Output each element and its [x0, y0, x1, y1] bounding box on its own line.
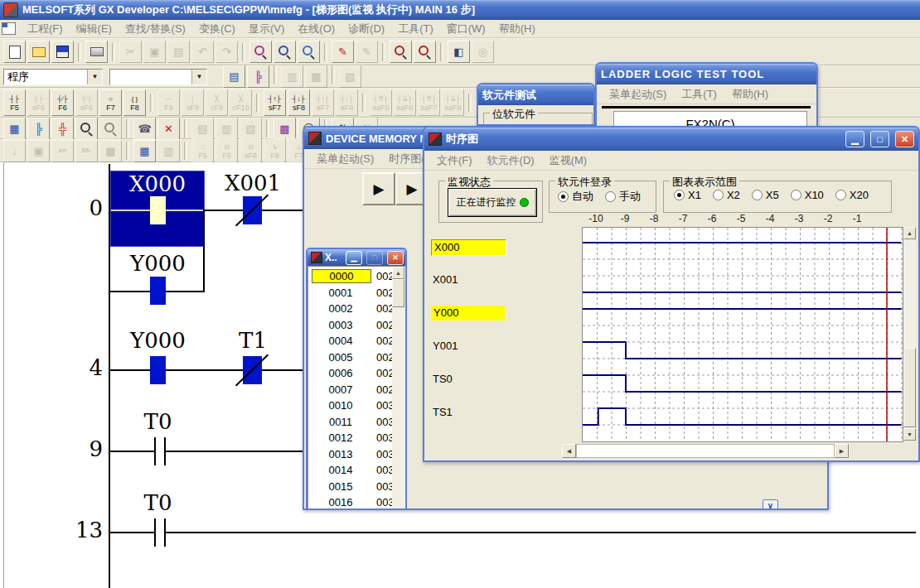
menu-item[interactable]: 菜单起动(S): [309, 150, 381, 168]
step-run-button[interactable]: ↓: [3, 140, 26, 162]
menu-item[interactable]: 编辑(E): [70, 20, 119, 38]
project-data-list-button[interactable]: ╠: [27, 118, 50, 140]
menu-item[interactable]: 工具(T): [391, 20, 440, 38]
combo-dropdown-icon[interactable]: ▼: [87, 70, 102, 84]
menu-item[interactable]: 在线(O): [291, 20, 341, 38]
mdi-child-icon[interactable]: [2, 22, 16, 35]
table-row[interactable]: 0005002: [308, 351, 404, 367]
menu-item[interactable]: 软元件(D): [480, 152, 542, 170]
monitor-start-button[interactable]: [75, 118, 98, 140]
menu-item[interactable]: 工程(F): [21, 20, 70, 38]
radio-option[interactable]: X10: [791, 189, 824, 201]
table-row[interactable]: 0006002: [308, 367, 404, 383]
paste-button[interactable]: ▤: [167, 41, 190, 63]
maximize-icon[interactable]: □: [870, 131, 889, 147]
radio-option[interactable]: X2: [713, 189, 740, 201]
menu-item[interactable]: 诊断(D): [341, 20, 391, 38]
comment-edit-button[interactable]: ▤: [223, 65, 245, 88]
menu-item[interactable]: 帮助(H): [724, 85, 776, 104]
data-tree-button[interactable]: ╠: [247, 65, 269, 88]
cursor-selected-cell[interactable]: X000: [110, 171, 205, 247]
program-batch-button[interactable]: ▦: [133, 140, 156, 162]
contact-no-t0[interactable]: [154, 437, 166, 465]
find-replace-button[interactable]: [274, 41, 296, 63]
menu-item[interactable]: 变换(C): [192, 20, 242, 38]
error-jump-button[interactable]: err: [51, 140, 74, 162]
ladder-insert-button[interactable]: ✎: [356, 41, 378, 63]
waveform-vscrollbar[interactable]: ▲ ▼: [903, 227, 916, 441]
coil-button[interactable]: ○F7: [99, 89, 122, 116]
close-icon[interactable]: ✕: [895, 131, 914, 147]
find-button[interactable]: [249, 41, 272, 63]
menu-item[interactable]: 显示(V): [242, 20, 291, 38]
scroll-up-icon[interactable]: ▲: [903, 227, 916, 239]
table-row[interactable]: 0007002: [308, 383, 404, 399]
partial-run-button[interactable]: ▩: [99, 140, 122, 162]
table-row[interactable]: 0010003: [308, 399, 404, 415]
delete-row-button[interactable]: ▥: [215, 118, 238, 140]
program-combo[interactable]: 程序 ▼: [3, 69, 103, 85]
test-tool-title-bar[interactable]: LADDER LOGIC TEST TOOL: [597, 64, 816, 84]
minimize-icon[interactable]: ▁: [346, 251, 362, 265]
undo-button[interactable]: ↶: [191, 41, 214, 63]
redo-button[interactable]: ↷: [215, 41, 238, 63]
table-row[interactable]: 0013003: [308, 448, 404, 464]
menu-item[interactable]: 菜单起动(S): [602, 85, 674, 104]
monitoring-button[interactable]: 正在进行监控: [448, 188, 537, 217]
sfc-dummy-step-button[interactable]: ⊟F6: [215, 137, 238, 164]
x-device-list[interactable]: ▲ 00000020001002000200200030020004002000…: [307, 266, 405, 509]
table-row[interactable]: 0002002: [308, 302, 404, 318]
parameter-button[interactable]: ▥: [281, 65, 303, 88]
contact-no-t0[interactable]: [154, 518, 166, 547]
horizontal-line-button[interactable]: ─F9: [157, 89, 180, 116]
device-find-button[interactable]: [298, 41, 320, 63]
pulse-close-branch-button[interactable]: ┤↓├aF8: [336, 89, 358, 116]
help-button[interactable]: ◎: [472, 41, 494, 63]
vertical-line-button[interactable]: │sF9: [182, 89, 204, 116]
scroll-down-icon[interactable]: ▼: [903, 428, 916, 441]
close-icon[interactable]: ✕: [387, 251, 404, 265]
delete-vertical-line-button[interactable]: ╳cF10: [230, 89, 252, 116]
waveform-hscrollbar[interactable]: ◀ ▶: [562, 444, 849, 458]
x-device-title-bar[interactable]: X.. ▁ □ ✕: [307, 249, 405, 266]
contact-no-y000[interactable]: [150, 356, 166, 384]
new-window-button[interactable]: ◧: [448, 41, 470, 63]
menu-item[interactable]: 窗口(W): [440, 20, 492, 38]
minimize-icon[interactable]: ▁: [845, 131, 864, 147]
scroll-track[interactable]: [576, 444, 835, 458]
table-row[interactable]: 0003002: [308, 319, 404, 335]
menu-item[interactable]: 文件(F): [429, 152, 480, 170]
radio-option[interactable]: X5: [752, 189, 779, 201]
pulse-open-branch-button[interactable]: ┤↑├aF7: [312, 89, 334, 116]
edge-close-contact-button[interactable]: ┤⇊├saF6: [394, 89, 416, 116]
contact-nc-x001[interactable]: [243, 196, 262, 224]
edge-close-branch-button[interactable]: ┤⇊├saF8: [442, 89, 464, 116]
table-row[interactable]: 0004002: [308, 335, 404, 350]
skip-run-button[interactable]: ▣: [27, 140, 50, 162]
delete-horizontal-line-button[interactable]: ╳cF9: [206, 89, 228, 116]
radio-option[interactable]: 手动: [605, 189, 641, 204]
edge-open-branch-button[interactable]: ┤⇈├saF7: [418, 89, 440, 116]
step-jump-button[interactable]: S9↓: [75, 140, 98, 162]
radio-option[interactable]: X1: [674, 189, 701, 201]
menu-item[interactable]: 监视(M): [542, 152, 595, 170]
timing-title-bar[interactable]: 时序图 ▁ □ ✕: [424, 128, 918, 151]
scroll-thumb[interactable]: [903, 348, 916, 427]
copy-button[interactable]: ▣: [143, 41, 166, 63]
scroll-right-icon[interactable]: ▶: [835, 444, 849, 458]
close-branch-button[interactable]: ┤∕├sF6: [75, 89, 98, 116]
remote-operation-button[interactable]: ☎: [133, 118, 156, 140]
maximize-icon[interactable]: □: [366, 251, 383, 265]
zoom-in-button[interactable]: [390, 41, 412, 63]
new-project-button[interactable]: [3, 41, 26, 63]
monitor-delete-button[interactable]: ✕: [157, 118, 180, 140]
table-row[interactable]: 0016003: [308, 496, 404, 509]
radio-option[interactable]: 自动: [558, 189, 593, 204]
contact-no-y000[interactable]: [150, 277, 166, 305]
combo-dropdown-icon[interactable]: ▼: [191, 70, 206, 84]
contact-no-x000[interactable]: [150, 196, 166, 224]
document-make-button[interactable]: ▧: [339, 65, 361, 88]
device-comment-button[interactable]: ╬: [51, 118, 74, 140]
main-title-bar[interactable]: MELSOFT系列 GX Developer C:\MELSEC\GPPW\mn…: [0, 0, 920, 20]
cut-button[interactable]: ✂: [119, 41, 142, 63]
